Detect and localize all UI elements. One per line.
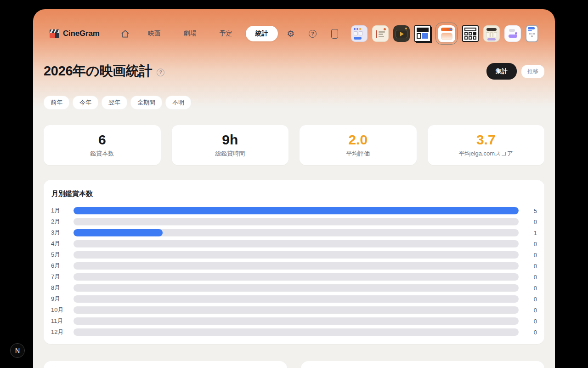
nav-item-schedule[interactable]: 予定	[210, 26, 242, 41]
stat-label: 平均eiga.comスコア	[458, 150, 513, 158]
month-label: 6月	[51, 262, 74, 270]
chart-row: 1月5	[51, 205, 537, 216]
bar-track	[74, 328, 519, 336]
clapperboard-icon	[50, 29, 59, 38]
filter-chip-this-year[interactable]: 今年	[73, 96, 98, 109]
monthly-chart-rows: 1月52月03月14月05月06月07月08月09月010月011月012月0	[51, 205, 537, 338]
chart-row: 10月0	[51, 305, 537, 316]
nav-home-button[interactable]	[116, 26, 135, 41]
bar-track	[74, 229, 519, 236]
theme-icon-phone-blue[interactable]	[526, 25, 538, 42]
filter-chip-unknown[interactable]: 不明	[165, 96, 191, 109]
title-row: 2026年の映画統計 ? 集計 推移	[44, 62, 544, 80]
month-label: 4月	[51, 240, 74, 248]
filter-chip-next-year[interactable]: 翌年	[102, 96, 127, 109]
stat-value: 2.0	[348, 132, 368, 147]
bar-value: 0	[519, 252, 537, 259]
help-icon: ?	[309, 30, 317, 38]
home-icon	[121, 29, 130, 38]
bar-track	[74, 284, 519, 292]
month-label: 3月	[51, 229, 74, 237]
month-label: 5月	[51, 251, 74, 259]
monthly-chart-card: 月別鑑賞本数 1月52月03月14月05月06月07月08月09月010月011…	[44, 180, 544, 344]
theme-icon-video-dark[interactable]	[393, 25, 410, 42]
theme-icon-board-beige[interactable]	[483, 25, 500, 42]
theme-icon-messages-soft[interactable]	[504, 25, 521, 42]
month-label: 7月	[51, 273, 74, 281]
nav-item-theaters[interactable]: 劇場	[174, 26, 206, 41]
title-help-icon[interactable]: ?	[157, 69, 164, 76]
nav-settings-button[interactable]: ⚙	[282, 26, 300, 41]
chart-row: 5月0	[51, 249, 537, 260]
stat-value: 9h	[222, 132, 238, 147]
chart-row: 3月1	[51, 227, 537, 238]
theme-icon-grid-mono[interactable]	[462, 25, 479, 42]
theme-icon-news-mono[interactable]	[414, 25, 431, 42]
bar-value: 0	[519, 263, 537, 270]
filter-chip-all-time[interactable]: 全期間	[130, 96, 162, 109]
nav-mobile-button[interactable]	[326, 26, 344, 41]
view-toggle: 集計 推移	[486, 63, 544, 80]
stat-label: 総鑑賞時間	[215, 150, 245, 158]
brand[interactable]: CineGram	[50, 29, 100, 38]
stat-card-average-rating: 2.0 平均評価	[300, 125, 417, 165]
month-label: 1月	[51, 207, 74, 215]
theme-icon-dashboard-light[interactable]	[351, 25, 368, 42]
app-window: CineGram 映画 劇場 予定 統計 ⚙ ?	[33, 9, 555, 368]
stat-value: 3.7	[476, 132, 496, 147]
chart-row: 12月0	[51, 327, 537, 338]
bar-track	[74, 306, 519, 314]
phone-icon	[331, 29, 338, 39]
navbar: CineGram 映画 劇場 予定 統計 ⚙ ?	[50, 24, 538, 43]
browser-theme-icon	[438, 25, 455, 42]
stat-card-average-score: 3.7 平均eiga.comスコア	[428, 125, 545, 165]
nav-item-movies[interactable]: 映画	[138, 26, 170, 41]
chart-title: 月別鑑賞本数	[51, 190, 537, 198]
chart-row: 9月0	[51, 293, 537, 305]
chart-row: 4月0	[51, 238, 537, 249]
bottom-cards: 劇場ランキング チェーン別	[44, 361, 544, 368]
bar-track	[74, 251, 519, 259]
page-title-text: 2026年の映画統計	[44, 62, 152, 80]
aggregate-button[interactable]: 集計	[486, 63, 517, 80]
bar-fill	[74, 207, 519, 214]
bar-track	[74, 262, 519, 270]
stat-label: 平均評価	[346, 150, 370, 158]
bar-value: 0	[519, 318, 537, 325]
bar-track	[74, 295, 519, 303]
month-label: 11月	[51, 317, 74, 325]
dev-indicator-badge[interactable]: N	[10, 343, 25, 358]
nav-help-button[interactable]: ?	[304, 26, 322, 41]
year-filter-chips: 前年 今年 翌年 全期間 不明	[44, 96, 544, 109]
bar-value: 0	[519, 329, 537, 336]
theme-switcher	[351, 23, 538, 45]
filter-chip-previous-year[interactable]: 前年	[44, 96, 69, 109]
page-title: 2026年の映画統計 ?	[44, 62, 164, 80]
stat-card-total-hours: 9h 総鑑賞時間	[172, 125, 289, 165]
theme-icon-browser-orange-selected[interactable]	[435, 23, 458, 45]
stat-card-watch-count: 6 鑑賞本数	[44, 125, 161, 165]
chart-row: 6月0	[51, 260, 537, 271]
trend-button[interactable]: 推移	[521, 65, 544, 78]
month-label: 10月	[51, 306, 74, 314]
chart-row: 8月0	[51, 282, 537, 293]
bar-track	[74, 273, 519, 281]
chart-row: 11月0	[51, 316, 537, 327]
bar-value: 5	[519, 207, 537, 214]
stat-cards: 6 鑑賞本数 9h 総鑑賞時間 2.0 平均評価 3.7 平均eiga.comス…	[44, 125, 544, 165]
chart-row: 7月0	[51, 271, 537, 282]
chain-breakdown-card: チェーン別	[301, 361, 544, 368]
main-content: 2026年の映画統計 ? 集計 推移 前年 今年 翌年 全期間 不明 6 鑑賞本…	[33, 62, 555, 368]
bar-value: 0	[519, 307, 537, 314]
chart-row: 2月0	[51, 216, 537, 227]
bar-track	[74, 218, 519, 225]
nav-item-stats[interactable]: 統計	[246, 26, 278, 41]
bar-track	[74, 317, 519, 325]
month-label: 2月	[51, 218, 74, 226]
stat-label: 鑑賞本数	[90, 150, 114, 158]
bar-fill	[74, 229, 163, 236]
bar-track	[74, 207, 519, 214]
bar-value: 0	[519, 241, 537, 247]
theme-icon-document-cream[interactable]	[372, 25, 389, 42]
month-label: 8月	[51, 284, 74, 292]
